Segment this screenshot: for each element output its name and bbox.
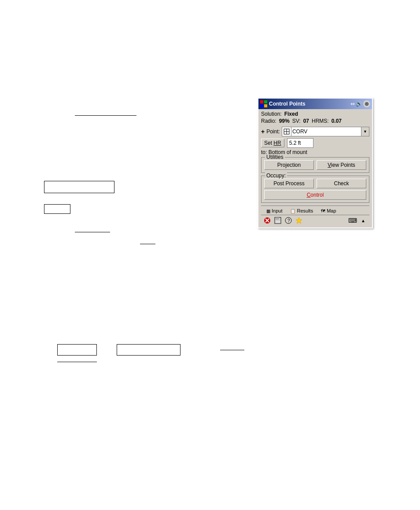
control-button[interactable]: Control bbox=[264, 190, 366, 200]
tab-results[interactable]: 📋 Results bbox=[287, 207, 317, 215]
point-input-container: CORV ▼ bbox=[282, 127, 369, 136]
point-icon-svg bbox=[284, 128, 290, 135]
page-empty-box-2 bbox=[44, 204, 70, 214]
windows-logo-icon bbox=[260, 100, 267, 107]
volume-icon[interactable]: 🔊 bbox=[356, 101, 362, 107]
solution-row: Solution: Fixed bbox=[261, 111, 369, 117]
utilities-group: Utilities Projection View Points bbox=[261, 157, 369, 173]
projection-button[interactable]: Projection bbox=[264, 160, 314, 170]
titlebar-left: Control Points bbox=[260, 100, 306, 107]
svg-marker-15 bbox=[296, 217, 302, 224]
svg-rect-0 bbox=[260, 100, 263, 103]
close-icon[interactable]: ⊗ bbox=[363, 100, 370, 107]
utilities-group-label: Utilities bbox=[265, 154, 285, 160]
point-type-icon bbox=[282, 127, 291, 136]
svg-rect-12 bbox=[275, 220, 280, 223]
svg-rect-11 bbox=[276, 217, 279, 220]
svg-rect-3 bbox=[264, 104, 267, 107]
radio-label: Radio: bbox=[261, 118, 276, 124]
tab-input[interactable]: ▦ Input bbox=[263, 207, 286, 215]
page-underline-2 bbox=[75, 232, 110, 232]
window-titlebar: Control Points ⇔ 🔊 ⊗ bbox=[258, 99, 372, 109]
page-underline-3 bbox=[140, 244, 155, 244]
hrms-label: HRMS: bbox=[312, 118, 329, 124]
occupy-group-label: Occupy: bbox=[265, 172, 287, 179]
add-point-icon: + bbox=[261, 128, 265, 135]
page-empty-box-1 bbox=[44, 181, 114, 193]
svg-rect-1 bbox=[264, 100, 267, 103]
svg-text:?: ? bbox=[287, 218, 290, 223]
scroll-up-icon[interactable]: ▲ bbox=[359, 216, 368, 225]
svg-rect-2 bbox=[260, 104, 263, 107]
point-label: Point: bbox=[266, 128, 280, 135]
results-tab-icon: 📋 bbox=[290, 209, 295, 213]
solution-label: Solution: bbox=[261, 111, 282, 117]
radio-value: 99% bbox=[279, 118, 290, 124]
page-empty-box-3 bbox=[57, 344, 97, 356]
solution-value: Fixed bbox=[284, 111, 298, 117]
point-row: + Point: CORV ▼ bbox=[261, 127, 369, 136]
view-points-button[interactable]: View Points bbox=[317, 160, 366, 170]
results-tab-label: Results bbox=[297, 208, 313, 213]
tab-map[interactable]: 🗺 Map bbox=[317, 207, 339, 215]
window-content: Solution: Fixed Radio: 99% SV: 07 HRMS: … bbox=[258, 109, 372, 227]
utilities-buttons: Projection View Points bbox=[264, 160, 366, 170]
star-toolbar-icon[interactable] bbox=[295, 216, 303, 225]
window-toolbar: ? ⌨ ▲ bbox=[261, 215, 369, 226]
connect-icon[interactable]: ⇔ bbox=[350, 101, 355, 107]
radio-sv-row: Radio: 99% SV: 07 HRMS: 0.07 bbox=[261, 118, 369, 124]
help-toolbar-icon[interactable]: ? bbox=[284, 216, 293, 225]
hr-row: Set HR bbox=[261, 138, 369, 148]
check-button[interactable]: Check bbox=[317, 179, 366, 188]
close-toolbar-icon[interactable] bbox=[263, 216, 272, 225]
window-title: Control Points bbox=[269, 101, 306, 107]
save-toolbar-icon[interactable] bbox=[273, 216, 282, 225]
page-underline-5 bbox=[57, 362, 97, 362]
window-tabs: ▦ Input 📋 Results 🗺 Map bbox=[261, 205, 369, 215]
map-tab-label: Map bbox=[327, 208, 336, 213]
sv-label: SV: bbox=[292, 118, 301, 124]
titlebar-controls[interactable]: ⇔ 🔊 ⊗ bbox=[350, 100, 370, 107]
point-value-input[interactable]: CORV bbox=[291, 127, 361, 136]
set-hr-button[interactable]: Set HR bbox=[261, 139, 284, 147]
sv-value: 07 bbox=[303, 118, 309, 124]
post-process-button[interactable]: Post Process bbox=[264, 179, 314, 188]
page-underline-1 bbox=[75, 115, 136, 116]
page-empty-box-4 bbox=[117, 344, 181, 356]
hrms-value: 0.07 bbox=[332, 118, 342, 124]
keyboard-toolbar-icon[interactable]: ⌨ bbox=[348, 216, 357, 225]
hr-value-input[interactable] bbox=[287, 138, 313, 148]
control-points-window: Control Points ⇔ 🔊 ⊗ Solution: Fixed Rad… bbox=[258, 98, 373, 228]
page-underline-4 bbox=[220, 350, 244, 350]
point-dropdown-btn[interactable]: ▼ bbox=[361, 127, 369, 136]
input-tab-icon: ▦ bbox=[266, 209, 270, 213]
occupy-group: Occupy: Post Process Check Control bbox=[261, 176, 369, 203]
input-tab-label: Input bbox=[272, 208, 282, 213]
occupy-top-row: Post Process Check bbox=[264, 179, 366, 188]
map-tab-icon: 🗺 bbox=[321, 209, 325, 213]
